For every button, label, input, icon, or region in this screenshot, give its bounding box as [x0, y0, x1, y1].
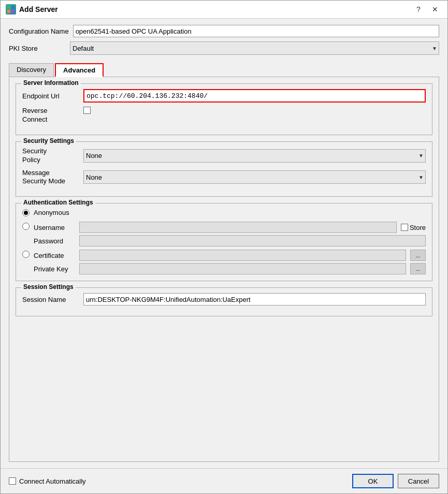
- username-radio[interactable]: [22, 223, 30, 230]
- private-key-label: Private Key: [34, 265, 75, 273]
- close-button[interactable]: ✕: [428, 4, 442, 15]
- authentication-settings-section: Authentication Settings Anonymous Userna…: [16, 203, 432, 281]
- session-name-label: Session Name: [22, 296, 79, 303]
- store-label: Store: [410, 224, 426, 231]
- session-settings-section: Session Settings Session Name: [16, 287, 432, 316]
- reverse-connect-row: ReverseConnect: [22, 107, 426, 124]
- config-name-label: Configuration Name: [9, 27, 69, 35]
- certificate-row: Certificate ...: [34, 250, 426, 261]
- help-button[interactable]: ?: [411, 4, 426, 15]
- tab-discovery[interactable]: Discovery: [9, 63, 54, 77]
- message-security-mode-select[interactable]: None Sign SignAndEncrypt: [83, 170, 426, 184]
- config-name-input[interactable]: [73, 25, 439, 37]
- username-group: Username Store Password: [22, 222, 426, 246]
- endpoint-url-row: Endpoint Url: [22, 89, 426, 103]
- password-row: Password: [34, 235, 426, 246]
- ok-button[interactable]: OK: [352, 474, 394, 488]
- security-policy-select[interactable]: None Basic128Rsa15 Basic256 Basic256Sha2…: [83, 149, 426, 163]
- bottom-bar: Connect Automatically OK Cancel: [1, 468, 447, 493]
- username-input[interactable]: [79, 222, 397, 233]
- server-information-title: Server Information: [21, 79, 81, 86]
- password-input[interactable]: [79, 235, 426, 246]
- app-icon: [6, 4, 16, 14]
- title-bar: Add Server ? ✕: [1, 1, 447, 19]
- certificate-radio[interactable]: [22, 251, 30, 258]
- message-security-mode-wrapper: None Sign SignAndEncrypt ▼: [83, 170, 426, 184]
- pki-store-row: PKI Store Default ▼: [9, 41, 439, 55]
- connect-automatically-checkbox[interactable]: [9, 477, 16, 485]
- advanced-tab-panel: Server Information Endpoint Url ReverseC…: [9, 77, 439, 462]
- reverse-connect-label: ReverseConnect: [22, 107, 79, 124]
- store-checkbox[interactable]: [401, 224, 408, 231]
- password-label: Password: [34, 237, 75, 245]
- config-name-row: Configuration Name: [9, 25, 439, 37]
- session-name-input[interactable]: [83, 293, 426, 306]
- dialog-body: Configuration Name PKI Store Default ▼ D…: [1, 19, 447, 468]
- anonymous-label: Anonymous: [34, 209, 69, 216]
- endpoint-url-input[interactable]: [83, 89, 426, 103]
- session-name-row: Session Name: [22, 293, 426, 306]
- private-key-input[interactable]: [79, 263, 406, 274]
- store-group: Store: [401, 224, 426, 231]
- certificate-group: Certificate ... Private Key ...: [22, 250, 426, 274]
- cancel-button[interactable]: Cancel: [398, 474, 439, 488]
- username-label: Username: [34, 224, 75, 231]
- security-policy-row: SecurityPolicy None Basic128Rsa15 Basic2…: [22, 147, 426, 165]
- server-information-section: Server Information Endpoint Url ReverseC…: [16, 83, 432, 135]
- endpoint-url-label: Endpoint Url: [22, 92, 79, 100]
- pki-store-label: PKI Store: [9, 45, 66, 52]
- session-settings-title: Session Settings: [21, 283, 76, 290]
- private-key-browse-button[interactable]: ...: [410, 263, 426, 274]
- reverse-connect-checkbox[interactable]: [83, 107, 91, 114]
- security-policy-wrapper: None Basic128Rsa15 Basic256 Basic256Sha2…: [83, 149, 426, 163]
- security-policy-label: SecurityPolicy: [22, 147, 79, 165]
- security-settings-title: Security Settings: [21, 137, 76, 144]
- private-key-row: Private Key ...: [34, 263, 426, 274]
- pki-store-select-wrapper: Default ▼: [70, 41, 439, 55]
- username-row: Username Store: [34, 222, 426, 233]
- certificate-input[interactable]: [79, 250, 406, 261]
- authentication-settings-title: Authentication Settings: [21, 199, 95, 206]
- connect-automatically-label: Connect Automatically: [9, 477, 86, 485]
- message-security-mode-row: MessageSecurity Mode None Sign SignAndEn…: [22, 169, 426, 186]
- svg-rect-2: [7, 10, 10, 13]
- certificate-browse-button[interactable]: ...: [410, 250, 426, 261]
- tabs-container: Discovery Advanced: [9, 63, 439, 77]
- dialog-buttons: OK Cancel: [352, 474, 439, 488]
- svg-rect-0: [7, 6, 10, 9]
- message-security-mode-label: MessageSecurity Mode: [22, 169, 79, 186]
- dialog-title: Add Server: [19, 5, 58, 13]
- svg-rect-3: [11, 10, 15, 13]
- svg-rect-1: [11, 6, 15, 9]
- certificate-label: Certificate: [34, 252, 75, 259]
- tab-advanced[interactable]: Advanced: [55, 63, 104, 77]
- security-settings-section: Security Settings SecurityPolicy None Ba…: [16, 141, 432, 197]
- anonymous-radio[interactable]: [22, 209, 30, 216]
- anonymous-row: Anonymous: [22, 209, 426, 216]
- pki-store-select[interactable]: Default: [70, 41, 439, 55]
- add-server-dialog: Add Server ? ✕ Configuration Name PKI St…: [0, 0, 448, 494]
